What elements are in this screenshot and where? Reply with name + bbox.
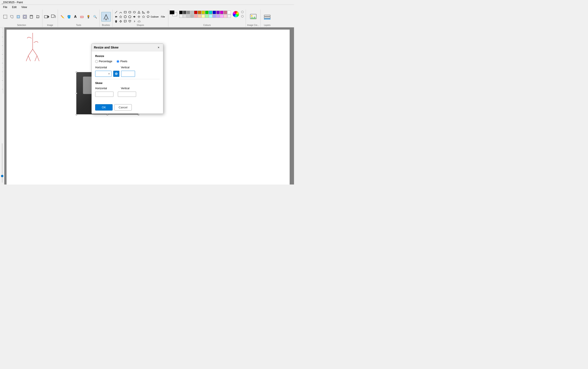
- color-lighter-gray[interactable]: [190, 14, 194, 18]
- edit-color2-btn[interactable]: [241, 14, 244, 18]
- eraser-btn[interactable]: [79, 14, 85, 20]
- image-creator-btn[interactable]: [249, 12, 258, 21]
- magnifier-btn[interactable]: 🔍: [92, 14, 98, 20]
- shape-cloud[interactable]: [137, 19, 141, 23]
- color-light-pink[interactable]: [224, 14, 227, 18]
- color-light-gray[interactable]: [190, 11, 194, 14]
- color-cyan[interactable]: [209, 11, 212, 14]
- svg-marker-25: [138, 11, 140, 13]
- shape-callout-rect[interactable]: [123, 19, 127, 23]
- shape-right-tri[interactable]: [141, 10, 146, 14]
- fill-btn[interactable]: 🪣: [66, 14, 72, 20]
- select-all-btn[interactable]: [15, 14, 21, 20]
- tab-file[interactable]: File: [1, 5, 9, 9]
- pixels-radio-label[interactable]: Pixels: [116, 60, 127, 63]
- resize-skew-dialog: Resize and Skew × Resize Percentage Pixe…: [92, 43, 163, 114]
- color1-box[interactable]: [170, 10, 174, 14]
- shape-lightning[interactable]: [132, 19, 136, 23]
- cancel-button[interactable]: Cancel: [114, 104, 132, 110]
- color-pink-dark[interactable]: [224, 11, 227, 14]
- color-light-yellow[interactable]: [201, 14, 205, 18]
- skew-horizontal-label: Horizontal: [95, 87, 119, 90]
- shape-arrow-up[interactable]: [114, 19, 118, 23]
- shape-heart[interactable]: [128, 19, 132, 23]
- resize-handle-tl[interactable]: [76, 72, 77, 73]
- vertical-input[interactable]: 656: [123, 72, 134, 75]
- resize-section-title: Resize: [95, 54, 160, 58]
- rainbow-color-btn[interactable]: [232, 11, 239, 17]
- color-light-purple[interactable]: [216, 14, 220, 18]
- resize-handle-br[interactable]: [138, 114, 139, 115]
- percentage-radio[interactable]: [95, 60, 98, 63]
- color-off-white[interactable]: [179, 14, 183, 18]
- tab-edit[interactable]: Edit: [10, 5, 19, 9]
- svg-marker-41: [134, 20, 135, 23]
- color-red[interactable]: [194, 11, 198, 14]
- layers-btn[interactable]: [262, 12, 272, 21]
- shape-rounded-rect[interactable]: [128, 10, 132, 14]
- aspect-ratio-link-btn[interactable]: [113, 71, 119, 77]
- text-btn[interactable]: A: [72, 14, 78, 20]
- shape-triangle[interactable]: [137, 10, 141, 14]
- shape-arrow-left[interactable]: [114, 15, 118, 19]
- color-light-green[interactable]: [205, 14, 209, 18]
- color-orange[interactable]: [198, 11, 201, 14]
- color-silver[interactable]: [183, 14, 186, 18]
- shape-ellipse[interactable]: [132, 10, 136, 14]
- color-magenta[interactable]: [220, 11, 223, 14]
- shape-rect[interactable]: [123, 10, 127, 14]
- color-picker-btn[interactable]: [85, 14, 92, 20]
- rotate-btn[interactable]: [50, 14, 56, 20]
- invert-selection-btn[interactable]: [22, 14, 28, 20]
- shape-star4[interactable]: [137, 15, 141, 19]
- color-light-magenta[interactable]: [220, 14, 223, 18]
- color-peach[interactable]: [198, 14, 201, 18]
- shape-line[interactable]: [114, 10, 118, 14]
- skew-vertical-input[interactable]: 0°: [119, 93, 135, 96]
- free-selection-btn[interactable]: [9, 14, 15, 20]
- pencil-btn[interactable]: ✏️: [59, 14, 65, 20]
- color-green[interactable]: [205, 11, 209, 14]
- tab-view[interactable]: View: [19, 5, 29, 9]
- shape-hexagon[interactable]: [123, 15, 127, 19]
- ok-button[interactable]: OK: [95, 104, 113, 110]
- percentage-radio-label[interactable]: Percentage: [95, 60, 112, 63]
- shape-arrow-right[interactable]: [132, 15, 136, 19]
- edit-color1-btn[interactable]: [241, 10, 244, 14]
- scroll-thumb[interactable]: [1, 175, 3, 177]
- color-light-red[interactable]: [194, 14, 198, 18]
- color-purple[interactable]: [216, 11, 220, 14]
- color-blue[interactable]: [212, 11, 216, 14]
- horizontal-input[interactable]: 1000: [96, 72, 107, 75]
- crop-btn[interactable]: [35, 14, 41, 20]
- resize-btn[interactable]: [44, 14, 50, 20]
- color-light-cyan[interactable]: [209, 14, 212, 18]
- color-white[interactable]: [227, 11, 231, 14]
- brush-btn[interactable]: [101, 12, 111, 21]
- color-black[interactable]: [179, 11, 183, 14]
- color-dark-gray[interactable]: [183, 11, 186, 14]
- color-light-silver[interactable]: [187, 14, 190, 18]
- shape-curve[interactable]: [118, 10, 123, 14]
- shape-star5[interactable]: [118, 15, 123, 19]
- horizontal-clear-btn[interactable]: ✕: [108, 72, 110, 75]
- shape-pentagon[interactable]: [128, 15, 132, 19]
- dialog-close-btn[interactable]: ×: [156, 45, 161, 50]
- shape-star6[interactable]: [141, 15, 146, 19]
- color-light-blue[interactable]: [212, 14, 216, 18]
- delete-btn[interactable]: [28, 14, 34, 20]
- shape-star-burst[interactable]: [118, 19, 123, 23]
- rectangular-selection-btn[interactable]: [2, 14, 8, 20]
- shape-diamond[interactable]: [146, 10, 150, 14]
- resize-handle-bm[interactable]: [107, 114, 108, 115]
- pixels-radio[interactable]: [116, 60, 119, 63]
- color-gray[interactable]: [187, 11, 190, 14]
- resize-handle-ml[interactable]: [76, 93, 77, 94]
- shape-callout-round[interactable]: [146, 15, 150, 19]
- resize-handle-bl[interactable]: [76, 114, 77, 115]
- skew-horizontal-input[interactable]: 0°: [97, 93, 112, 96]
- fill-shape-btn[interactable]: Fill▾: [159, 14, 167, 20]
- color-yellow[interactable]: [201, 11, 205, 14]
- outline-btn[interactable]: Outline▾: [151, 14, 158, 20]
- color-near-white[interactable]: [227, 14, 231, 18]
